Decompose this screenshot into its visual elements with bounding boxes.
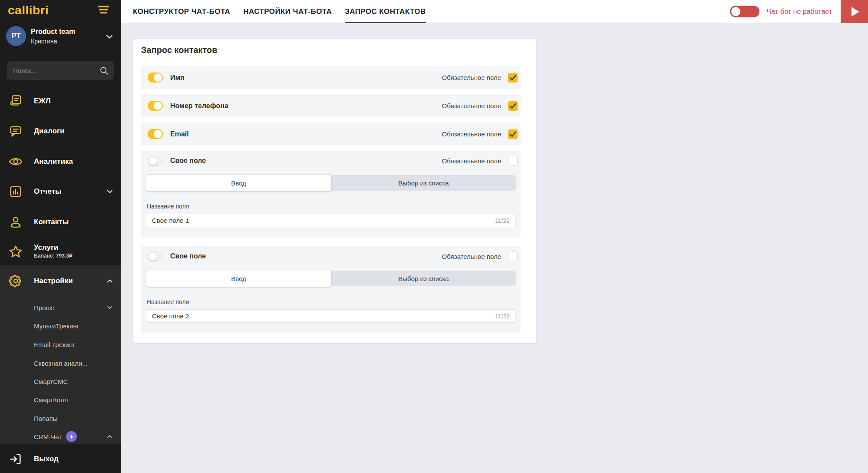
field-toggle[interactable] xyxy=(148,251,163,261)
sidebar-item-label: Отчеты xyxy=(34,187,62,196)
chevron-down-icon[interactable] xyxy=(107,306,112,309)
star-icon xyxy=(8,244,23,260)
char-counter: 11/22 xyxy=(495,313,510,320)
sidebar-item-label: Настройки xyxy=(34,277,73,285)
field-name-label: Название поля xyxy=(147,203,189,210)
tab-bar: КОНСТРУКТОР ЧАТ-БОТА НАСТРОЙКИ ЧАТ-БОТА … xyxy=(133,0,426,23)
tab-bot-settings[interactable]: НАСТРОЙКИ ЧАТ-БОТА xyxy=(243,0,332,23)
required-checkbox[interactable] xyxy=(508,73,518,83)
segment-input[interactable]: Ввод xyxy=(146,270,331,287)
avatar[interactable]: PT xyxy=(6,26,26,46)
input-type-segmented-control: Ввод Выбор из списка xyxy=(146,271,516,286)
sidebar-subitem-smartsms[interactable]: СмартСМС xyxy=(0,372,121,390)
app-screen: callibri PT Product team Кристина ЕЖЛ Ди… xyxy=(0,0,868,473)
chevron-up-icon[interactable] xyxy=(107,279,112,283)
field-name-label: Название поля xyxy=(147,298,189,305)
custom-field-header: Свое поле Обязательное поле xyxy=(141,154,521,167)
account-user: Кристина xyxy=(31,38,57,45)
sidebar-subitem-end-to-end-analytics[interactable]: Сквозная анали... xyxy=(0,354,121,372)
sidebar-item-label: Услуги xyxy=(34,243,59,252)
contact-request-card: Запрос контактов Имя Обязательное поле Н… xyxy=(133,39,536,343)
field-name-input-wrap: 11/22 xyxy=(146,309,516,323)
sidebar-item-label: Контакты xyxy=(34,218,69,226)
tab-bot-constructor[interactable]: КОНСТРУКТОР ЧАТ-БОТА xyxy=(133,0,230,23)
sidebar-subitem-multitracking[interactable]: МультиТрекинг xyxy=(0,317,121,335)
search-input[interactable] xyxy=(13,67,99,74)
sidebar-subitem-crm-chat[interactable]: CRM-Чат xyxy=(0,427,121,446)
play-icon xyxy=(851,7,859,17)
page-title: Запрос контактов xyxy=(141,45,218,55)
main-content: Запрос контактов Имя Обязательное поле Н… xyxy=(121,23,868,473)
sidebar-item-label: Аналитика xyxy=(34,157,73,166)
field-name-input-wrap: 11/22 xyxy=(146,214,516,227)
balance-label: Баланс: 793.3₽ xyxy=(34,253,73,259)
gear-icon xyxy=(8,273,23,289)
chevron-up-icon[interactable] xyxy=(107,435,112,438)
field-row-name: Имя Обязательное поле xyxy=(141,66,521,89)
segment-input[interactable]: Ввод xyxy=(146,174,331,192)
sidebar-item-dialogs[interactable]: Диалоги xyxy=(0,116,121,146)
chevron-down-icon[interactable] xyxy=(107,190,112,193)
sidebar-item-services[interactable]: Услуги Баланс: 793.3₽ xyxy=(0,237,121,267)
field-name-input[interactable] xyxy=(152,217,491,224)
field-name-input[interactable] xyxy=(152,312,491,320)
input-type-segmented-control: Ввод Выбор из списка xyxy=(146,175,516,191)
exit-icon xyxy=(8,451,23,467)
segment-list-choice[interactable]: Выбор из списка xyxy=(331,175,516,191)
chevron-down-icon[interactable] xyxy=(106,35,112,39)
sidebar-search[interactable] xyxy=(7,61,114,80)
field-toggle[interactable] xyxy=(148,73,163,83)
bot-status-cluster: Чат-бот не работает xyxy=(730,0,868,23)
custom-field-group-2: Свое поле Обязательное поле Ввод Выбор и… xyxy=(141,246,521,333)
char-counter: 11/22 xyxy=(495,217,510,224)
segment-list-choice[interactable]: Выбор из списка xyxy=(331,271,516,286)
eye-icon xyxy=(8,154,23,169)
sidebar-item-reports[interactable]: Отчеты xyxy=(0,176,121,207)
collapse-menu-icon[interactable] xyxy=(97,6,109,13)
account-name: Product team xyxy=(31,28,75,36)
sidebar-item-ezhl[interactable]: ЕЖЛ xyxy=(0,86,121,116)
sidebar: callibri PT Product team Кристина ЕЖЛ Ди… xyxy=(0,0,121,473)
field-row-email: Email Обязательное поле xyxy=(141,122,521,146)
bot-status-label: Чат-бот не работает xyxy=(766,8,832,16)
required-checkbox[interactable] xyxy=(508,251,518,261)
sidebar-subitem-popups[interactable]: Попапы xyxy=(0,409,121,427)
custom-field-header: Свое поле Обязательное поле xyxy=(141,250,521,263)
lightning-badge-icon xyxy=(66,431,77,442)
sidebar-subitem-email-tracking[interactable]: Email-трекинг xyxy=(0,335,121,354)
required-checkbox[interactable] xyxy=(508,101,518,111)
person-icon xyxy=(8,214,23,230)
sidebar-item-contacts[interactable]: Контакты xyxy=(0,207,121,237)
required-checkbox[interactable] xyxy=(508,156,518,165)
tab-contact-request[interactable]: ЗАПРОС КОНТАКТОВ xyxy=(345,0,426,23)
field-row-phone: Номер телефона Обязательное поле xyxy=(141,94,521,117)
sidebar-subitem-smartcall[interactable]: СмартКолл xyxy=(0,390,121,409)
sidebar-subitem-project[interactable]: Проект xyxy=(0,298,121,317)
launch-bot-button[interactable] xyxy=(841,0,868,23)
sidebar-item-label: ЕЖЛ xyxy=(34,97,51,106)
callibri-logo: callibri xyxy=(8,3,49,17)
required-checkbox[interactable] xyxy=(508,129,518,139)
journal-icon xyxy=(8,93,23,109)
field-toggle[interactable] xyxy=(148,156,163,166)
chat-icon xyxy=(8,123,23,139)
topbar: КОНСТРУКТОР ЧАТ-БОТА НАСТРОЙКИ ЧАТ-БОТА … xyxy=(121,0,868,23)
sidebar-item-label: Диалоги xyxy=(34,127,65,136)
sidebar-item-analytics[interactable]: Аналитика xyxy=(0,146,121,177)
sidebar-item-settings[interactable]: Настройки xyxy=(0,266,121,296)
logout-button[interactable]: Выход xyxy=(0,447,121,472)
search-icon[interactable] xyxy=(99,66,109,75)
custom-field-group-1: Свое поле Обязательное поле Ввод Выбор и… xyxy=(141,151,521,238)
field-toggle[interactable] xyxy=(148,129,163,139)
field-toggle[interactable] xyxy=(148,101,163,111)
bot-enable-toggle[interactable] xyxy=(730,6,759,17)
bar-chart-icon xyxy=(8,184,23,199)
